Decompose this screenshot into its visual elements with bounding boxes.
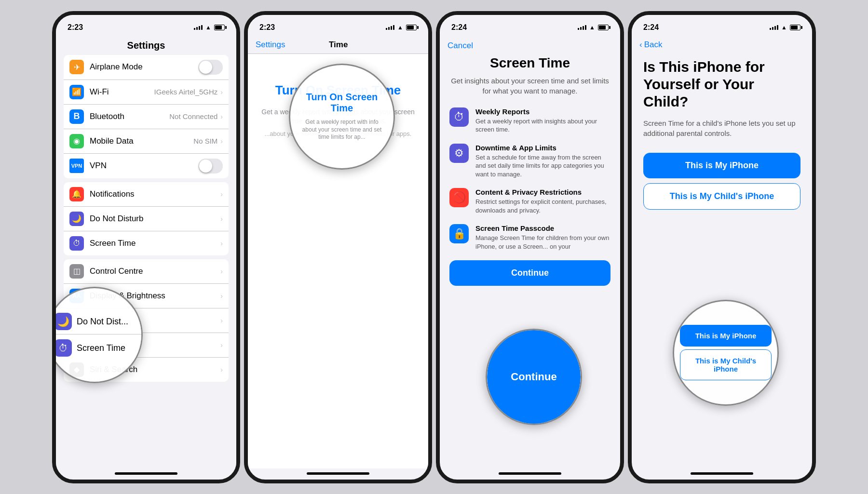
feature-weekly: ⏱ Weekly Reports Get a weekly report wit… [449, 107, 610, 134]
mobile-icon: ◉ [69, 134, 84, 148]
content-title: Content & Privacy Restrictions [475, 188, 610, 196]
screen2-nav-title: Time [329, 40, 348, 50]
controlcentre-label: Control Centre [90, 267, 220, 276]
magnifier-circle-1: 🌙 Do Not Dist... ⏱ Screen Time [52, 287, 143, 383]
notifications-label: Notifications [90, 189, 220, 199]
screen3-content: Screen Time Get insights about your scre… [440, 55, 620, 468]
status-icons-4: ▲ [770, 24, 800, 31]
back-chevron-icon: ‹ [639, 40, 642, 50]
screentime-icon: ⏱ [69, 236, 84, 251]
signal-icon [194, 25, 203, 30]
screen4-nav: ‹ Back [632, 36, 812, 53]
settings-section-notifications: 🔔 Notifications › 🌙 Do Not Disturb › ⏱ S… [64, 182, 229, 255]
battery-icon-4 [790, 25, 800, 30]
phone-frame-1: 2:23 ▲ Settings ✈ Airplane Mode [52, 11, 240, 483]
bluetooth-label: Bluetooth [90, 112, 169, 121]
mobile-chevron: › [220, 137, 223, 145]
passcode-icon: 🔒 [449, 224, 469, 243]
settings-item-wifi[interactable]: 📶 Wi-Fi IGeeks Airtel_5GHz › [64, 80, 229, 105]
weekly-desc: Get a weekly report with insights about … [475, 117, 610, 134]
zoomed-screentime-icon: ⏱ [54, 339, 72, 357]
status-bar-3: 2:24 ▲ [440, 15, 620, 36]
settings-item-vpn[interactable]: VPN VPN [64, 154, 229, 178]
wifi-icon-3: ▲ [589, 24, 595, 31]
back-label: Back [644, 40, 663, 50]
weekly-icon: ⏱ [449, 107, 469, 127]
this-is-childs-iphone-btn[interactable]: This is My Child's iPhone [643, 183, 800, 210]
wifi-value: IGeeks Airtel_5GHz [154, 88, 218, 96]
feature-downtime: ⚙ Downtime & App Limits Set a schedule f… [449, 144, 610, 179]
wifi-icon: 📶 [69, 85, 84, 99]
continue-button[interactable]: Continue [449, 260, 610, 286]
status-icons-1: ▲ [194, 24, 225, 31]
settings-item-screentime[interactable]: ⏱ Screen Time › [64, 231, 229, 255]
battery-icon-1 [214, 25, 225, 30]
phone-frame-2: 2:23 ▲ Settings Time Turn On Screen Time… [244, 11, 432, 483]
passcode-desc: Manage Screen Time for children from you… [475, 234, 610, 251]
screen3-title: Screen Time [449, 55, 610, 71]
screentime-chevron: › [220, 240, 223, 247]
weekly-title: Weekly Reports [475, 107, 610, 116]
status-time-1: 2:23 [68, 23, 83, 32]
downtime-icon: ⚙ [449, 144, 469, 163]
airplane-label: Airplane Mode [90, 62, 198, 72]
back-settings-btn[interactable]: Settings [256, 40, 285, 50]
home-indicator-2 [307, 472, 369, 475]
settings-item-airplane[interactable]: ✈ Airplane Mode [64, 55, 229, 80]
donotdisturb-icon: 🌙 [69, 212, 84, 226]
wifi-chevron: › [220, 88, 223, 96]
zoomed-child-iphone: This is My Child's iPhone [680, 349, 772, 380]
screen3-header: Cancel [440, 36, 620, 55]
wifi-icon-4: ▲ [781, 24, 787, 31]
cancel-button[interactable]: Cancel [448, 41, 473, 51]
phone-frame-4: 2:24 ▲ ‹ Back Is This iPhone for Yoursel… [628, 11, 816, 483]
passcode-title: Screen Time Passcode [475, 224, 610, 232]
screentime-label: Screen Time [90, 239, 220, 248]
wifi-icon-2: ▲ [397, 24, 403, 31]
settings-item-donotdisturb[interactable]: 🌙 Do Not Disturb › [64, 207, 229, 231]
vpn-toggle[interactable] [198, 159, 223, 174]
dnd-label: Do Not Disturb [90, 214, 220, 224]
screen3-subtitle: Get insights about your screen time and … [449, 76, 610, 96]
bluetooth-icon: B [69, 109, 84, 124]
vpn-icon: VPN [69, 159, 84, 173]
home-indicator-1 [115, 472, 177, 475]
status-time-2: 2:23 [259, 23, 275, 32]
bluetooth-chevron: › [220, 113, 223, 120]
status-bar-4: 2:24 ▲ [632, 15, 812, 36]
back-button[interactable]: ‹ Back [639, 40, 662, 50]
screen4-title: Is This iPhone for Yourself or Your Chil… [643, 58, 800, 110]
settings-item-bluetooth[interactable]: B Bluetooth Not Connected › [64, 105, 229, 129]
notifications-chevron: › [220, 190, 223, 198]
status-time-3: 2:24 [451, 23, 467, 32]
settings-item-mobile[interactable]: ◉ Mobile Data No SIM › [64, 129, 229, 154]
settings-item-controlcentre[interactable]: ◫ Control Centre › [64, 259, 229, 284]
zoomed-turn-on: Turn On Screen Time [300, 92, 384, 114]
status-icons-3: ▲ [578, 24, 609, 31]
zoomed-dnd-icon: 🌙 [54, 313, 72, 330]
signal-icon-3 [578, 25, 586, 30]
dnd-chevron: › [220, 215, 223, 223]
content-desc: Restrict settings for explicit content, … [475, 198, 610, 214]
airplane-toggle[interactable] [198, 60, 223, 75]
wifi-status-icon: ▲ [205, 24, 211, 31]
settings-section-connectivity: ✈ Airplane Mode 📶 Wi-Fi IGeeks Airtel_5G… [64, 55, 229, 178]
screen2-body: Turn On Screen Time Get a weekly report … [248, 54, 428, 468]
controlcentre-icon: ◫ [69, 264, 84, 279]
home-indicator-4 [691, 472, 753, 475]
signal-icon-2 [386, 25, 394, 30]
battery-icon-2 [406, 25, 417, 30]
settings-item-notifications[interactable]: 🔔 Notifications › [64, 182, 229, 207]
settings-title: Settings [56, 36, 236, 55]
status-time-4: 2:24 [643, 23, 659, 32]
wifi-label: Wi-Fi [90, 87, 154, 97]
downtime-title: Downtime & App Limits [475, 144, 610, 152]
this-is-my-iphone-btn[interactable]: This is My iPhone [643, 153, 800, 178]
feature-passcode: 🔒 Screen Time Passcode Manage Screen Tim… [449, 224, 610, 251]
home-indicator-3 [499, 472, 561, 475]
zoomed-continue-text: Continue [511, 371, 556, 383]
content-icon: 🚫 [449, 188, 469, 207]
feature-content: 🚫 Content & Privacy Restrictions Restric… [449, 188, 610, 214]
magnifier-circle-2: Turn On Screen Time Get a weekly report … [289, 64, 395, 170]
vpn-label: VPN [90, 161, 198, 171]
